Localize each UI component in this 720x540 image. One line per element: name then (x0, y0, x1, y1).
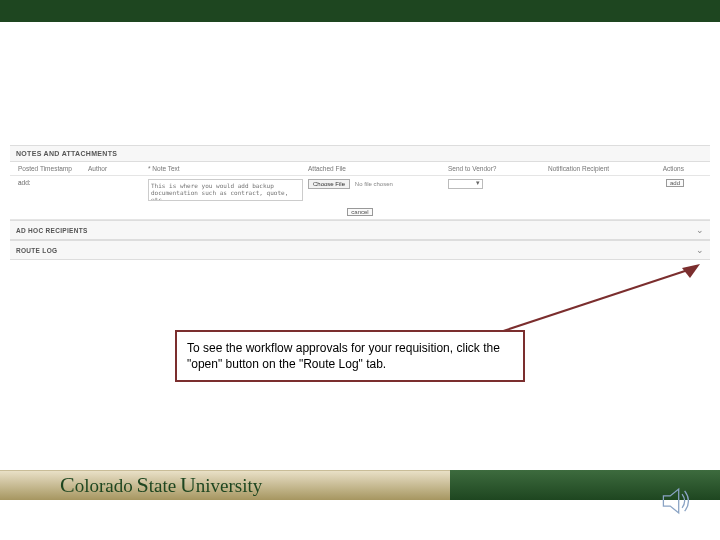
col-vendor: Send to Vendor? (446, 165, 546, 172)
cancel-button[interactable]: cancel (347, 208, 372, 216)
chevron-down-icon: ⌄ (696, 245, 704, 255)
no-file-label: No file chosen (355, 181, 393, 187)
panel-notes-attachments[interactable]: NOTES AND ATTACHMENTS (10, 145, 710, 162)
svg-marker-1 (682, 264, 700, 278)
col-author: Author (86, 165, 146, 172)
slide-footer: Colorado State University (0, 470, 720, 540)
svg-line-0 (500, 270, 688, 332)
callout-text: To see the workflow approvals for your r… (187, 341, 500, 371)
add-row-button[interactable]: add (666, 179, 684, 187)
col-posted: Posted Timestamp (16, 165, 86, 172)
panel-route-log[interactable]: ROUTE LOG ⌄ (10, 240, 710, 260)
send-to-vendor-select[interactable] (448, 179, 483, 189)
row-label: add: (16, 179, 86, 186)
csu-logo: Colorado State University (60, 472, 262, 498)
attachments-action-bar: cancel (10, 205, 710, 220)
note-text-input[interactable] (148, 179, 303, 201)
col-note: * Note Text (146, 165, 306, 172)
attachments-header-row: Posted Timestamp Author * Note Text Atta… (10, 162, 710, 176)
col-notif: Notification Recipient (546, 165, 636, 172)
panel-title: ROUTE LOG (16, 247, 57, 254)
panel-adhoc-recipients[interactable]: AD HOC RECIPIENTS ⌄ (10, 220, 710, 240)
instruction-callout: To see the workflow approvals for your r… (175, 330, 525, 382)
audio-icon[interactable] (660, 484, 694, 522)
window-top-bar (0, 0, 720, 22)
panel-title: AD HOC RECIPIENTS (16, 227, 88, 234)
col-file: Attached File (306, 165, 446, 172)
svg-marker-2 (663, 489, 678, 513)
chevron-down-icon: ⌄ (696, 225, 704, 235)
callout-arrow (500, 264, 700, 334)
choose-file-button[interactable]: Choose File (308, 179, 350, 189)
form-area: NOTES AND ATTACHMENTS Posted Timestamp A… (10, 145, 710, 260)
panel-title: NOTES AND ATTACHMENTS (16, 150, 117, 157)
attachments-add-row: add: Choose File No file chosen add (10, 176, 710, 205)
col-actions: Actions (636, 165, 686, 172)
